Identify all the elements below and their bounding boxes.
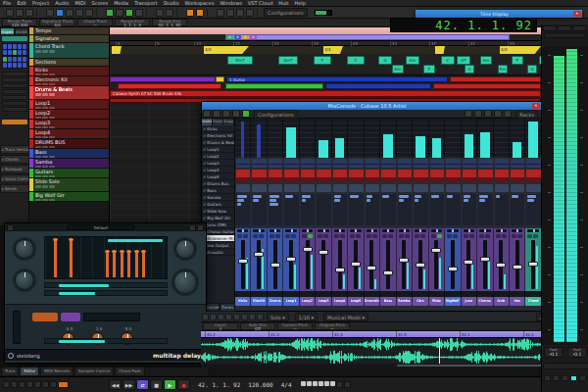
solo-button[interactable]: [453, 234, 458, 238]
send-slot-bar[interactable]: [415, 199, 418, 202]
solo-button[interactable]: [291, 234, 296, 238]
time-display-title-bar[interactable]: Time Display ✕: [416, 10, 582, 18]
inspector-section-quick-controls[interactable]: ▸Quick Controls: [0, 174, 29, 183]
inserts-slot[interactable]: [414, 170, 427, 182]
metronome-indicator[interactable]: [324, 381, 329, 386]
track-solo-button[interactable]: [42, 156, 48, 158]
punch-button[interactable]: [58, 381, 69, 388]
toolbar-button[interactable]: [85, 9, 93, 17]
chord-pad[interactable]: [18, 57, 22, 62]
audio-event[interactable]: Cubase Synth 07 SC 500 Brute 44k: [110, 90, 541, 97]
solo-button[interactable]: [275, 234, 280, 238]
signature-marker[interactable]: 3/4: [323, 46, 343, 54]
chord-pad[interactable]: [13, 57, 17, 62]
pan-control[interactable]: [399, 229, 410, 232]
plugin-menu-icon[interactable]: [7, 224, 14, 231]
send-slot-bar[interactable]: [367, 199, 370, 202]
plugin-bypass-icon[interactable]: [189, 224, 196, 231]
transport-left-icon[interactable]: [26, 381, 33, 388]
toolbar-button[interactable]: [56, 9, 64, 17]
menu-project[interactable]: Project: [29, 0, 52, 6]
mixconsole-toolbar-button[interactable]: [474, 110, 482, 118]
track-mute-button[interactable]: [35, 185, 41, 188]
mixconsole-tab-snapshots[interactable]: Snapshots: [223, 119, 234, 125]
solo-button[interactable]: [517, 234, 522, 238]
visibility-item-drums-bus[interactable]: ✓Drums Bus: [202, 180, 234, 187]
eq-slot[interactable]: [478, 184, 492, 192]
track-record-button[interactable]: [49, 83, 55, 85]
sends-slot[interactable]: [478, 194, 492, 225]
plugin-title-bar[interactable]: Default: [5, 223, 206, 231]
audio-event[interactable]: [433, 83, 541, 89]
toolbar-button[interactable]: [106, 9, 114, 17]
transport-right-icon[interactable]: [344, 381, 351, 388]
track-solo-button[interactable]: [42, 93, 48, 96]
audio-event[interactable]: [225, 83, 323, 89]
metronome-indicator[interactable]: [301, 381, 306, 386]
inspector-control-row[interactable]: [2, 95, 27, 100]
mute-button[interactable]: [318, 234, 322, 238]
send-slot-bar[interactable]: [302, 199, 306, 202]
pan-control[interactable]: [302, 229, 313, 232]
channel-label-vox[interactable]: Vox: [510, 297, 524, 306]
toolbar-button[interactable]: [75, 9, 83, 17]
toolbar-button[interactable]: [125, 9, 133, 17]
channel-label-chord[interactable]: Chord: [525, 297, 540, 306]
send-slot-bar[interactable]: [464, 195, 470, 198]
arranger-block-b[interactable]: B: [234, 35, 241, 39]
fader-track[interactable]: [241, 240, 245, 289]
inspector-chord-button[interactable]: [2, 36, 27, 41]
signature-marker[interactable]: [435, 46, 445, 54]
chord-track-row[interactable]: Em7Am7FCGDmAmFCG7GAmEmFGC: [110, 54, 541, 75]
fader-handle[interactable]: [431, 248, 441, 253]
routing-slot[interactable]: [284, 159, 298, 168]
chord-pad[interactable]: [18, 63, 22, 68]
chord-event-am7[interactable]: Am7: [278, 56, 298, 65]
channel-label-loop5[interactable]: Loop5: [348, 297, 363, 306]
transport-left-icon[interactable]: [42, 381, 49, 388]
editor-tool-icon[interactable]: [218, 314, 224, 320]
visibility-item-big-wolf-gtr[interactable]: ✓Big Wolf Gtr: [202, 215, 234, 221]
inspector-tab-inspector[interactable]: Inspector: [0, 27, 15, 35]
inserts-slot[interactable]: [252, 170, 266, 182]
send-slot-bar[interactable]: [512, 195, 518, 198]
fader-handle[interactable]: [238, 259, 248, 264]
meter-footer-button[interactable]: [570, 375, 577, 381]
tape-mode-button[interactable]: [32, 313, 58, 321]
pan-control[interactable]: [237, 229, 248, 232]
solo-button[interactable]: [533, 234, 538, 238]
fader-handle[interactable]: [383, 270, 393, 275]
solo-button[interactable]: [420, 234, 425, 238]
eq-slot[interactable]: [317, 184, 330, 192]
chord-pad[interactable]: [23, 57, 26, 62]
editor-info-current-pitch[interactable]: Current Pitch—: [277, 322, 313, 330]
toolbar-button[interactable]: [156, 9, 164, 17]
chord-event-c[interactable]: C: [441, 56, 455, 65]
track-solo-button[interactable]: [42, 175, 48, 177]
chord-event-g[interactable]: G: [378, 56, 392, 65]
pan-control[interactable]: [285, 229, 296, 232]
plugin-preset-selector[interactable]: Default: [67, 224, 135, 230]
fader-track[interactable]: [402, 240, 406, 289]
track-sections[interactable]: Sections: [29, 59, 109, 67]
visibility-item-loop3[interactable]: ✓Loop3: [202, 160, 234, 167]
audio-event[interactable]: [450, 76, 541, 82]
tap-slider-row[interactable]: [44, 282, 168, 288]
fader-track[interactable]: [273, 240, 277, 289]
eq-slot[interactable]: [252, 184, 266, 192]
routing-slot[interactable]: [252, 159, 266, 168]
signature-marker[interactable]: 4/4: [204, 46, 249, 54]
delay-tap[interactable]: [135, 253, 138, 277]
send-slot-bar[interactable]: [253, 199, 259, 202]
mixconsole-tab-history[interactable]: History: [213, 119, 223, 125]
chord-pad[interactable]: [3, 57, 7, 62]
toolbar-button[interactable]: [166, 9, 173, 17]
send-slot-bar[interactable]: [237, 199, 244, 202]
fader-track[interactable]: [466, 240, 470, 289]
fader-handle[interactable]: [335, 268, 345, 272]
chord-event-g7[interactable]: G7: [457, 56, 470, 65]
chord-event-am[interactable]: Am: [406, 56, 419, 65]
eq-slot[interactable]: [269, 184, 282, 192]
editor-info-original-pitch[interactable]: Original Pitch—: [315, 322, 350, 330]
menu-help[interactable]: Help: [291, 0, 308, 6]
